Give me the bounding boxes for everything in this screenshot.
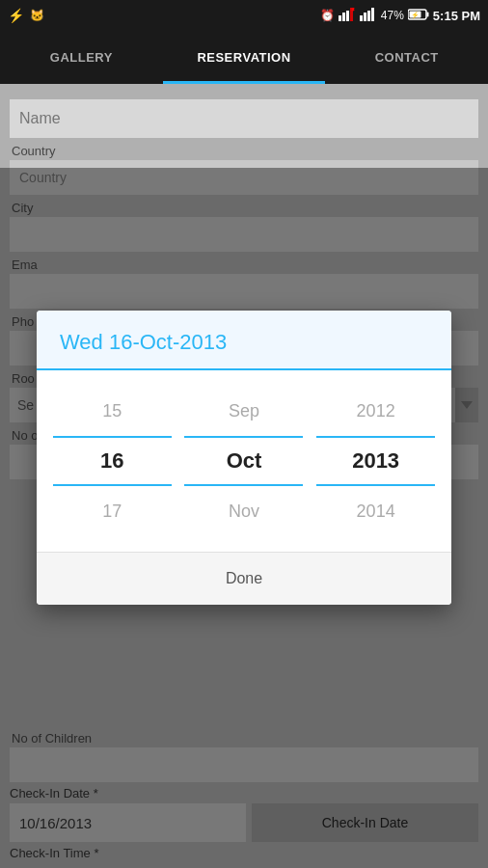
tab-contact[interactable]: CONTACT — [325, 31, 488, 84]
day-selected[interactable]: 16 — [53, 436, 172, 486]
country-label: Country — [10, 144, 478, 158]
signal-icon-2 — [360, 8, 377, 24]
month-next[interactable]: Nov — [184, 486, 303, 536]
done-button[interactable]: Done — [210, 564, 278, 593]
status-bar: ⚡ 🐱 ⏰ 47% — [0, 0, 488, 31]
form-background: Country City Ema Pho Roo Se No o Wed 16-… — [0, 84, 488, 868]
status-time: 5:15 PM — [433, 9, 480, 23]
tab-gallery[interactable]: GALLERY — [0, 31, 163, 84]
svg-text:⚡: ⚡ — [410, 11, 419, 19]
status-right: ⏰ 47% ⚡ — [320, 8, 480, 24]
dialog-overlay: Wed 16-Oct-2013 15 16 17 Sep Oct Nov 201 — [0, 168, 488, 868]
dialog-header: Wed 16-Oct-2013 — [37, 311, 451, 370]
nav-tabs: GALLERY RESERVATION CONTACT — [0, 31, 488, 84]
name-field — [10, 99, 478, 138]
status-left: ⚡ 🐱 — [8, 8, 44, 23]
year-picker-column: 2012 2013 2014 — [316, 386, 435, 536]
signal-icon — [339, 8, 356, 24]
battery-percent: 47% — [381, 9, 404, 22]
year-selected[interactable]: 2013 — [316, 436, 435, 486]
alarm-icon: ⏰ — [320, 9, 335, 22]
svg-rect-9 — [371, 8, 374, 21]
month-prev[interactable]: Sep — [184, 386, 303, 436]
date-picker-body: 15 16 17 Sep Oct Nov 2012 2013 2014 — [37, 370, 451, 552]
year-next[interactable]: 2014 — [316, 486, 435, 536]
tab-reservation[interactable]: RESERVATION — [163, 31, 326, 84]
svg-rect-8 — [367, 11, 370, 21]
date-picker-dialog: Wed 16-Oct-2013 15 16 17 Sep Oct Nov 201 — [37, 311, 451, 605]
day-next[interactable]: 17 — [53, 486, 172, 536]
svg-rect-1 — [342, 13, 345, 21]
svg-rect-0 — [339, 15, 341, 21]
svg-rect-2 — [346, 11, 349, 21]
month-picker-column: Sep Oct Nov — [184, 386, 303, 536]
battery-icon: ⚡ — [408, 9, 429, 23]
month-selected[interactable]: Oct — [184, 436, 303, 486]
notification-icon: 🐱 — [30, 9, 44, 22]
dialog-date-display: Wed 16-Oct-2013 — [60, 330, 428, 355]
day-prev[interactable]: 15 — [53, 386, 172, 436]
svg-rect-6 — [360, 15, 363, 21]
svg-rect-11 — [426, 12, 428, 16]
svg-rect-7 — [364, 13, 366, 21]
year-prev[interactable]: 2012 — [316, 386, 435, 436]
usb-icon: ⚡ — [8, 8, 24, 23]
day-picker-column: 15 16 17 — [53, 386, 172, 536]
name-input[interactable] — [10, 99, 478, 138]
dialog-actions: Done — [37, 552, 451, 605]
